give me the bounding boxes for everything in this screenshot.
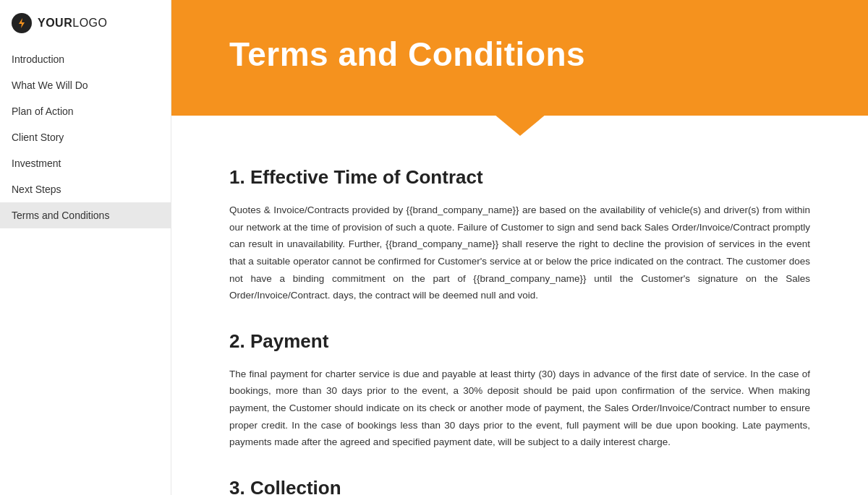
logo-logo: LOGO	[72, 17, 107, 29]
sidebar-item-introduction[interactable]: Introduction	[0, 46, 171, 72]
svg-marker-0	[19, 18, 25, 28]
page-header: Terms and Conditions	[171, 0, 868, 116]
sidebar: YOURLOGO IntroductionWhat We Will DoPlan…	[0, 0, 171, 495]
content-area: 1. Effective Time of ContractQuotes & In…	[171, 116, 868, 495]
logo-area: YOURLOGO	[0, 0, 171, 46]
section-title-payment: 2. Payment	[229, 330, 810, 353]
main-content: Terms and Conditions 1. Effective Time o…	[171, 0, 868, 495]
section-title-collection: 3. Collection	[229, 477, 810, 495]
logo-your: YOUR	[38, 17, 72, 29]
sidebar-item-client-story[interactable]: Client Story	[0, 124, 171, 150]
sidebar-item-investment[interactable]: Investment	[0, 150, 171, 176]
section-title-effective-time: 1. Effective Time of Contract	[229, 166, 810, 189]
sidebar-item-terms-and-conditions[interactable]: Terms and Conditions	[0, 202, 171, 228]
section-body-payment: The final payment for charter service is…	[229, 366, 810, 451]
page-title: Terms and Conditions	[229, 35, 585, 74]
section-body-effective-time: Quotes & Invoice/Contracts provided by {…	[229, 202, 810, 304]
logo-icon	[12, 13, 32, 33]
nav-list: IntroductionWhat We Will DoPlan of Actio…	[0, 46, 171, 228]
sidebar-item-plan-of-action[interactable]: Plan of Action	[0, 98, 171, 124]
sidebar-item-next-steps[interactable]: Next Steps	[0, 176, 171, 202]
sidebar-item-what-we-will-do[interactable]: What We Will Do	[0, 72, 171, 98]
logo-text: YOURLOGO	[38, 17, 107, 30]
header-triangle	[494, 114, 546, 136]
